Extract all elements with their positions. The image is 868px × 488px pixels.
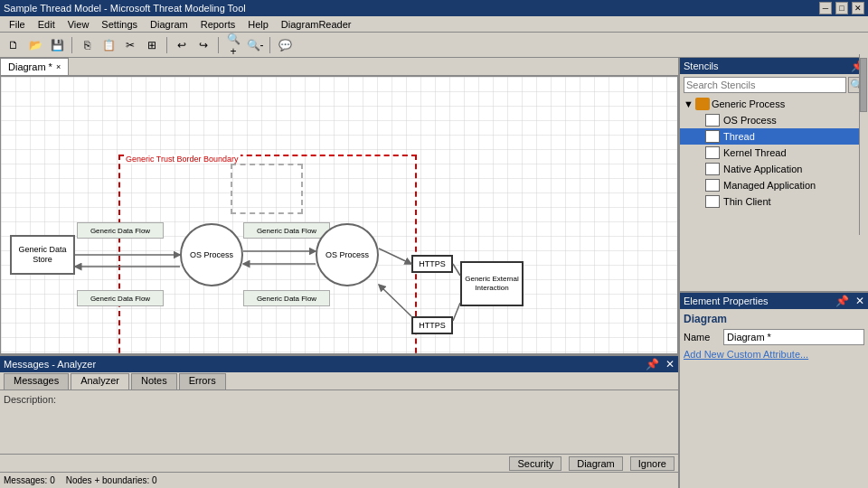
open-button[interactable]: 📂 xyxy=(25,35,45,55)
diagram-button[interactable]: Diagram xyxy=(569,456,623,471)
external-interaction-label: Generic ExternalInteraction xyxy=(465,275,519,292)
properties-close[interactable]: ✕ xyxy=(855,295,864,307)
trust-boundary-label: Generic Trust Border Boundary xyxy=(124,155,241,164)
security-button[interactable]: Security xyxy=(509,456,561,471)
ignore-button[interactable]: Ignore xyxy=(630,456,675,471)
tab-messages[interactable]: Messages xyxy=(4,373,69,389)
toolbar-sep-1 xyxy=(71,37,72,53)
stencil-group-generic-process[interactable]: ▼ Generic Process xyxy=(680,96,868,112)
stencils-scroll-thumb[interactable] xyxy=(860,58,867,112)
bottom-panel-pin[interactable]: 📌 xyxy=(646,358,659,371)
menu-view[interactable]: View xyxy=(62,18,95,31)
menu-reports[interactable]: Reports xyxy=(195,18,241,31)
toolbar-sep-2 xyxy=(166,37,167,53)
copy-button[interactable]: ⎘ xyxy=(77,35,97,55)
native-app-label: Native Application xyxy=(723,164,802,174)
bottom-status: Security Diagram Ignore xyxy=(0,454,678,472)
stencil-thread[interactable]: Thread xyxy=(680,128,868,145)
footer-nodes: Nodes + boundaries: 0 xyxy=(66,475,157,485)
diagram-tab[interactable]: Diagram * × xyxy=(0,58,69,75)
menu-help[interactable]: Help xyxy=(242,18,274,31)
os-process-right[interactable]: OS Process xyxy=(316,223,379,286)
data-flow-3-label: Generic Data Flow xyxy=(257,227,316,235)
data-flow-4[interactable]: Generic Data Flow xyxy=(243,290,330,306)
stencils-panel: Stencils 📌 🔍 ▼ Generic Process OS Proces… xyxy=(680,58,868,293)
bottom-panel-close[interactable]: ✕ xyxy=(665,358,675,371)
data-flow-4-label: Generic Data Flow xyxy=(257,295,316,303)
data-flow-3[interactable]: Generic Data Flow xyxy=(243,222,330,239)
right-panel: Stencils 📌 🔍 ▼ Generic Process OS Proces… xyxy=(678,58,868,488)
menu-diagramreader[interactable]: DiagramReader xyxy=(276,18,357,31)
tab-errors[interactable]: Errors xyxy=(179,373,226,389)
tab-label: Diagram * xyxy=(8,61,52,72)
new-button[interactable]: 🗋 xyxy=(4,35,24,55)
properties-header: Element Properties 📌 ✕ xyxy=(680,293,868,309)
tab-bar: Diagram * × xyxy=(0,58,678,76)
menu-file[interactable]: File xyxy=(4,18,31,31)
properties-pin[interactable]: 📌 xyxy=(835,295,849,307)
https-top[interactable]: HTTPS xyxy=(411,255,453,273)
data-store-label: Generic DataStore xyxy=(18,245,66,265)
stencil-os-process[interactable]: OS Process xyxy=(680,112,868,128)
tab-close-button[interactable]: × xyxy=(56,62,61,71)
prop-name-input[interactable] xyxy=(723,329,864,345)
stencil-kernel-thread[interactable]: Kernel Thread xyxy=(680,145,868,161)
description-label: Description: xyxy=(4,394,56,405)
maximize-button[interactable]: □ xyxy=(835,2,848,14)
thread-icon xyxy=(705,130,720,143)
close-button[interactable]: ✕ xyxy=(852,2,864,14)
os-process-left-label: OS Process xyxy=(190,250,233,259)
data-flow-2[interactable]: Generic Data Flow xyxy=(77,290,164,306)
https-bottom-label: HTTPS xyxy=(419,321,446,330)
os-process-left[interactable]: OS Process xyxy=(180,223,243,286)
zoom-in-button[interactable]: 🔍+ xyxy=(223,35,243,55)
menu-edit[interactable]: Edit xyxy=(33,18,61,31)
tab-analyzer[interactable]: Analyzer xyxy=(71,373,129,389)
toolbar-sep-4 xyxy=(269,37,270,53)
menu-diagram[interactable]: Diagram xyxy=(145,18,193,31)
stencils-tree: ▼ Generic Process OS Process Thread xyxy=(680,96,868,291)
group-icon xyxy=(695,98,710,110)
toolbar-sep-3 xyxy=(218,37,219,53)
menu-settings[interactable]: Settings xyxy=(96,18,143,31)
svg-line-6 xyxy=(453,264,460,276)
https-bottom[interactable]: HTTPS xyxy=(411,316,453,334)
properties-header-controls: 📌 ✕ xyxy=(835,295,864,307)
comment-button[interactable]: 💬 xyxy=(275,35,295,55)
os-process-right-label: OS Process xyxy=(326,250,369,259)
stencil-thin-client[interactable]: Thin Client xyxy=(680,193,868,210)
os-process-icon xyxy=(705,114,720,127)
undo-button[interactable]: ↩ xyxy=(172,35,192,55)
h-scrollbar[interactable] xyxy=(1,353,677,354)
prop-name-row: Name xyxy=(684,329,864,345)
thin-client-label: Thin Client xyxy=(723,196,771,207)
main-layout: Diagram * × Generic Trust Border Boundar… xyxy=(0,58,868,488)
minimize-button[interactable]: ─ xyxy=(819,2,832,14)
stencils-search-input[interactable] xyxy=(684,77,846,93)
external-interaction[interactable]: Generic ExternalInteraction xyxy=(460,261,524,306)
selection-rect xyxy=(231,164,303,214)
add-attribute-link[interactable]: Add New Custom Attribute... xyxy=(684,349,808,360)
data-flow-1[interactable]: Generic Data Flow xyxy=(77,222,164,239)
diagram-container[interactable]: Generic Trust Border Boundary Generic Da… xyxy=(0,76,678,354)
stencils-title: Stencils xyxy=(684,61,719,71)
footer-bar: Messages: 0 Nodes + boundaries: 0 xyxy=(0,472,678,488)
zoom-out-button[interactable]: 🔍- xyxy=(245,35,265,55)
paste-button[interactable]: 📋 xyxy=(99,35,118,55)
copy-diagram-button[interactable]: ⊞ xyxy=(142,35,162,55)
data-store-element[interactable]: Generic DataStore xyxy=(10,235,75,275)
canvas[interactable]: Generic Trust Border Boundary Generic Da… xyxy=(1,77,677,353)
data-flow-2-label: Generic Data Flow xyxy=(90,295,150,303)
toolbar: 🗋 📂 💾 ⎘ 📋 ✂ ⊞ ↩ ↪ 🔍+ 🔍- 💬 xyxy=(0,33,868,58)
cut-button[interactable]: ✂ xyxy=(120,35,140,55)
stencil-managed-app[interactable]: Managed Application xyxy=(680,177,868,193)
kernel-thread-label: Kernel Thread xyxy=(723,147,787,158)
redo-button[interactable]: ↪ xyxy=(193,35,213,55)
stencil-native-app[interactable]: Native Application xyxy=(680,161,868,177)
title-bar-controls: ─ □ ✕ xyxy=(819,2,864,14)
tab-notes[interactable]: Notes xyxy=(131,373,177,389)
properties-title: Element Properties xyxy=(684,296,769,306)
stencils-scrollbar[interactable] xyxy=(859,54,868,235)
save-button[interactable]: 💾 xyxy=(47,35,67,55)
bottom-panel-title: Messages - Analyzer xyxy=(4,359,96,370)
